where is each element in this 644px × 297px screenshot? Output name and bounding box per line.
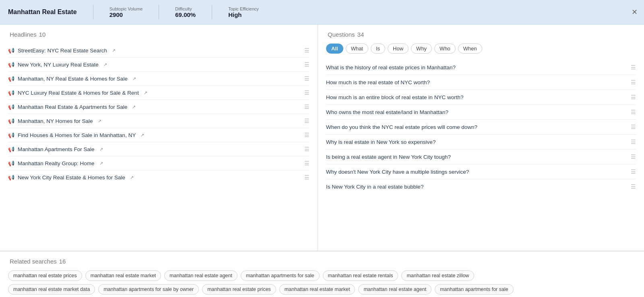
related-search-tag[interactable]: manhattan apartments for sale: [435, 284, 514, 295]
list-action-icon[interactable]: ☰: [304, 174, 310, 181]
list-action-icon[interactable]: ☰: [304, 61, 310, 68]
headline-text: Manhattan Real Estate & Apartments for S…: [18, 104, 127, 110]
header-title: Manhattan Real Estate: [8, 8, 77, 16]
headline-item[interactable]: 📢Manhattan Real Estate & Apartments for …: [8, 100, 310, 114]
list-action-icon[interactable]: ☰: [304, 118, 310, 124]
list-action-icon[interactable]: ☰: [304, 89, 310, 96]
megaphone-icon: 📢: [8, 62, 14, 68]
related-search-tag[interactable]: manhattan real estate zillow: [401, 270, 474, 281]
filter-tab-who[interactable]: Who: [434, 44, 456, 54]
related-search-tag[interactable]: manhattan real estate agent: [358, 284, 431, 295]
question-action-icon[interactable]: ☰: [631, 124, 636, 130]
question-action-icon[interactable]: ☰: [631, 183, 636, 190]
question-action-icon[interactable]: ☰: [631, 94, 636, 100]
topic-efficiency-value: High: [228, 11, 242, 18]
related-search-tag[interactable]: manhattan real estate market data: [8, 284, 95, 295]
megaphone-icon: 📢: [8, 48, 14, 54]
headline-item[interactable]: 📢Manhattan Apartments For Sale↗☰: [8, 142, 310, 156]
filter-tab-when[interactable]: When: [458, 44, 482, 54]
subtopic-volume-value: 2900: [109, 11, 123, 18]
related-search-tag[interactable]: manhattan real estate agent: [164, 270, 237, 281]
question-action-icon[interactable]: ☰: [631, 109, 636, 115]
headline-item[interactable]: 📢Manhattan Realty Group: Home↗☰: [8, 156, 310, 170]
headline-item[interactable]: 📢New York, NY Luxury Real Estate↗☰: [8, 58, 310, 72]
megaphone-icon: 📢: [8, 76, 14, 82]
topic-efficiency-label: Topic Efficiency: [228, 6, 259, 11]
question-text: Who owns the most real estate/land in Ma…: [326, 109, 448, 115]
questions-list: What is the history of real estate price…: [326, 60, 636, 194]
main-content: Headlines10 📢StreetEasy: NYC Real Estate…: [0, 25, 644, 251]
filter-tab-all[interactable]: All: [326, 44, 343, 54]
question-item[interactable]: How much is the real estate of NYC worth…: [326, 75, 636, 90]
headline-item[interactable]: 📢New York City Real Estate & Homes for S…: [8, 170, 310, 184]
headline-item[interactable]: 📢StreetEasy: NYC Real Estate Search↗☰: [8, 44, 310, 58]
subtopic-volume-label: Subtopic Volume: [109, 6, 143, 11]
header-divider-2: [159, 5, 159, 19]
filter-tab-what[interactable]: What: [346, 44, 368, 54]
list-action-icon[interactable]: ☰: [304, 104, 310, 110]
question-item[interactable]: Is New York City in a real estate bubble…: [326, 179, 636, 194]
question-action-icon[interactable]: ☰: [631, 64, 636, 71]
question-text: Is being a real estate agent in New York…: [326, 154, 451, 160]
headline-text: Manhattan Realty Group: Home: [18, 160, 95, 166]
related-search-tag[interactable]: manhattan real estate market: [279, 284, 355, 295]
related-search-tag[interactable]: manhattan real estate prices: [202, 284, 276, 295]
question-item[interactable]: Why is real estate in New York so expens…: [326, 135, 636, 150]
related-search-tag[interactable]: manhattan apartments for sale: [241, 270, 320, 281]
headline-text: New York City Real Estate & Homes for Sa…: [18, 174, 125, 181]
related-searches-content: Related searches16 manhattan real estate…: [0, 251, 644, 297]
list-action-icon[interactable]: ☰: [304, 132, 310, 138]
filter-tab-is[interactable]: Is: [371, 44, 385, 54]
close-button[interactable]: ✕: [632, 8, 638, 16]
list-action-icon[interactable]: ☰: [304, 160, 310, 166]
headline-text: StreetEasy: NYC Real Estate Search: [18, 48, 107, 54]
question-item[interactable]: Is being a real estate agent in New York…: [326, 150, 636, 164]
list-action-icon[interactable]: ☰: [304, 47, 310, 54]
question-item[interactable]: Why doesn't New York City have a multipl…: [326, 164, 636, 179]
headline-item[interactable]: 📢NYC Luxury Real Estate & Homes for Sale…: [8, 86, 310, 100]
headlines-section-title: Headlines10: [8, 31, 310, 38]
headlines-list: 📢StreetEasy: NYC Real Estate Search↗☰📢Ne…: [8, 44, 310, 184]
question-text: Why doesn't New York City have a multipl…: [326, 169, 469, 175]
megaphone-icon: 📢: [8, 174, 14, 181]
megaphone-icon: 📢: [8, 146, 14, 152]
headline-left: 📢New York City Real Estate & Homes for S…: [8, 174, 134, 181]
list-action-icon[interactable]: ☰: [304, 75, 310, 82]
headline-left: 📢Manhattan Apartments For Sale↗: [8, 146, 103, 152]
question-text: Why is real estate in New York so expens…: [326, 139, 436, 145]
question-action-icon[interactable]: ☰: [631, 79, 636, 85]
headline-left: 📢StreetEasy: NYC Real Estate Search↗: [8, 48, 116, 54]
external-link-icon: ↗: [112, 48, 116, 53]
headline-item[interactable]: 📢Manhattan, NY Real Estate & Homes for S…: [8, 72, 310, 86]
difficulty-label: Difficulty: [175, 6, 192, 11]
headline-item[interactable]: 📢Find Houses & Homes for Sale in Manhatt…: [8, 128, 310, 142]
question-item[interactable]: What is the history of real estate price…: [326, 60, 636, 75]
related-search-tag[interactable]: manhattan real estate market: [85, 270, 161, 281]
header-divider-3: [212, 5, 212, 19]
related-search-tag[interactable]: manhattan real estate prices: [8, 270, 82, 281]
megaphone-icon: 📢: [8, 132, 14, 138]
question-item[interactable]: How much is an entire block of real esta…: [326, 90, 636, 105]
filter-tab-how[interactable]: How: [388, 44, 409, 54]
external-link-icon: ↗: [132, 104, 136, 110]
question-filter-tabs: AllWhatIsHowWhyWhoWhen: [326, 44, 636, 54]
related-search-tag[interactable]: manhattan apartments for sale by owner: [98, 284, 199, 295]
question-item[interactable]: Who owns the most real estate/land in Ma…: [326, 105, 636, 120]
megaphone-icon: 📢: [8, 104, 14, 110]
question-item[interactable]: When do you think the NYC real estate pr…: [326, 120, 636, 135]
headline-item[interactable]: 📢Manhattan, NY Homes for Sale↗☰: [8, 114, 310, 128]
filter-tab-why[interactable]: Why: [411, 44, 432, 54]
questions-panel: Questions34 AllWhatIsHowWhyWhoWhen What …: [318, 25, 644, 251]
headline-left: 📢Manhattan, NY Homes for Sale↗: [8, 118, 101, 124]
tags-row: manhattan real estate market datamanhatt…: [8, 284, 636, 295]
question-action-icon[interactable]: ☰: [631, 139, 636, 145]
related-search-tag[interactable]: manhattan real estate rentals: [323, 270, 398, 281]
question-action-icon[interactable]: ☰: [631, 154, 636, 160]
list-action-icon[interactable]: ☰: [304, 146, 310, 152]
question-action-icon[interactable]: ☰: [631, 168, 636, 175]
megaphone-icon: 📢: [8, 90, 14, 96]
external-link-icon: ↗: [140, 133, 144, 138]
question-text: Is New York City in a real estate bubble…: [326, 184, 423, 190]
headline-text: Manhattan, NY Real Estate & Homes for Sa…: [18, 76, 128, 82]
headlines-panel: Headlines10 📢StreetEasy: NYC Real Estate…: [0, 25, 318, 251]
